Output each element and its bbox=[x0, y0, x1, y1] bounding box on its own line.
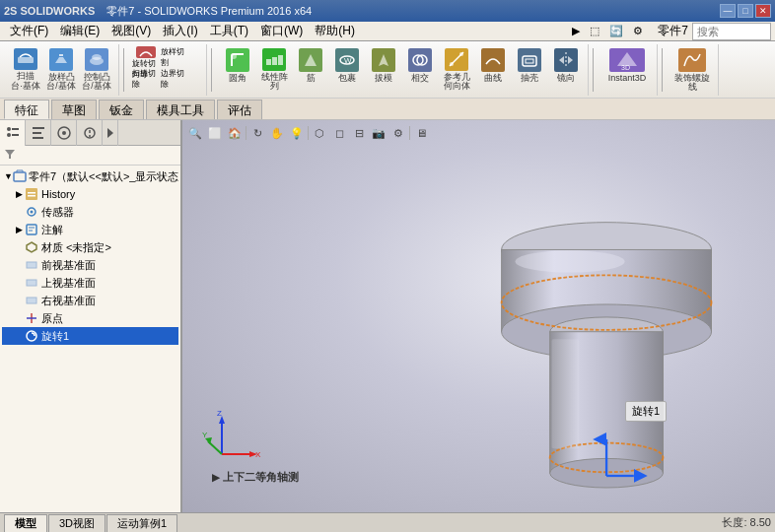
feature-tab-display[interactable] bbox=[51, 120, 77, 146]
curve-icon bbox=[481, 48, 505, 72]
maximize-button[interactable]: □ bbox=[738, 4, 753, 18]
boundary-cut-button[interactable]: 边界切除 bbox=[161, 68, 188, 90]
svg-rect-19 bbox=[526, 59, 533, 63]
tab-sheetmetal[interactable]: 钣金 bbox=[99, 100, 144, 119]
annotation-label: 注解 bbox=[41, 223, 63, 237]
menu-help[interactable]: 帮助(H) bbox=[309, 22, 361, 40]
sep2 bbox=[211, 48, 212, 92]
rib-icon bbox=[299, 48, 322, 72]
root-icon bbox=[13, 168, 27, 184]
sep4 bbox=[662, 48, 663, 92]
linear-array-icon bbox=[262, 48, 286, 71]
svg-point-4 bbox=[92, 54, 102, 60]
wrap-button[interactable]: W 包裹 bbox=[329, 46, 365, 94]
tree-item-top-plane[interactable]: ▶ 上视基准面 bbox=[2, 274, 178, 292]
minimize-button[interactable]: — bbox=[720, 4, 736, 18]
bottom-tab-motion[interactable]: 运动算例1 bbox=[106, 514, 177, 532]
cut-row2: 扫描切除 边界切除 bbox=[132, 68, 188, 90]
history-label: History bbox=[41, 188, 75, 200]
close-button[interactable]: ✕ bbox=[755, 4, 771, 18]
linear-array-button[interactable]: 线性阵列 bbox=[256, 46, 292, 94]
toolbar-group-instant3d: 3D Instant3D bbox=[598, 44, 658, 96]
curve-button[interactable]: 曲线 bbox=[475, 46, 511, 94]
tab-mold[interactable]: 模具工具 bbox=[146, 100, 215, 119]
fillet-button[interactable]: 圆角 bbox=[220, 46, 255, 94]
length-display: 长度: 8.50 bbox=[722, 515, 771, 530]
material-icon bbox=[24, 239, 39, 255]
svg-rect-38 bbox=[14, 172, 26, 181]
revolve-cut-button[interactable]: 旋转切向导 bbox=[132, 46, 160, 68]
toolbar-group-cut: 旋转切向导 放样切割 扫描切除 边界切除 bbox=[128, 44, 207, 96]
tree-root[interactable]: ▼ 零件7（默认<<默认>_显示状态 1>） bbox=[2, 167, 178, 185]
menu-insert[interactable]: 插入(I) bbox=[157, 22, 203, 40]
ref-geo-button[interactable]: 参考几何向体 bbox=[439, 46, 474, 94]
draft-icon bbox=[372, 48, 395, 72]
origin-icon bbox=[24, 310, 39, 326]
title-bar: 2S SOLIDWORKS 零件7 - SOLIDWORKS Premium 2… bbox=[0, 0, 775, 22]
tree-item-material[interactable]: ▶ 材质 <未指定> bbox=[2, 238, 178, 256]
scan-base-button[interactable]: 扫描台·基体 bbox=[8, 46, 43, 94]
shell-button[interactable]: 抽壳 bbox=[512, 46, 547, 94]
bottom-tab-3dview[interactable]: 3D视图 bbox=[48, 514, 106, 532]
tree-item-origin[interactable]: ▶ 原点 bbox=[2, 309, 178, 327]
svg-rect-6 bbox=[266, 59, 271, 65]
instant3d-button[interactable]: 3D Instant3D bbox=[601, 46, 653, 94]
search-input[interactable] bbox=[692, 23, 771, 40]
rib-button[interactable]: 筋 bbox=[293, 46, 328, 94]
material-label: 材质 <未指定> bbox=[41, 240, 111, 255]
toolbar-group-shape: 圆角 线性阵列 筋 W 包裹 拔模 bbox=[216, 44, 589, 96]
window-title: 零件7 - SOLIDWORKS Premium 2016 x64 bbox=[106, 4, 720, 19]
mirror-button[interactable]: 镜向 bbox=[548, 46, 584, 94]
tab-bar: 特征 草图 钣金 模具工具 评估 bbox=[0, 99, 775, 120]
boundary-boss-button[interactable]: 控制凸台/基体 bbox=[79, 46, 114, 94]
toolbar-icon-1[interactable]: ▶ bbox=[569, 24, 583, 38]
tree-item-history[interactable]: ▶ History bbox=[2, 185, 178, 203]
decor-helix-button[interactable]: 装饰螺旋线 bbox=[670, 46, 714, 94]
svg-marker-12 bbox=[379, 54, 388, 66]
filter-icon bbox=[4, 148, 16, 163]
history-icon bbox=[24, 186, 39, 202]
svg-rect-28 bbox=[12, 134, 19, 136]
feature-tab-markup[interactable] bbox=[77, 120, 103, 146]
tree-item-front-plane[interactable]: ▶ 前视基准面 bbox=[2, 256, 178, 274]
svg-marker-37 bbox=[107, 128, 113, 138]
scan-cut-button[interactable]: 扫描切除 bbox=[132, 68, 160, 90]
feature-tab-tree[interactable] bbox=[0, 120, 26, 146]
tree-item-revolve1[interactable]: ▶ 旋转1 bbox=[2, 327, 178, 345]
toolbar-icon-3[interactable]: 🔄 bbox=[606, 24, 626, 38]
svg-rect-49 bbox=[27, 280, 36, 286]
bottom-tab-model[interactable]: 模型 bbox=[4, 514, 47, 532]
top-plane-icon bbox=[24, 275, 39, 291]
viewport[interactable]: 🔍 ⬜ 🏠 ↻ ✋ 💡 ⬡ ◻ ⊟ 📷 ⚙ 🖥 bbox=[182, 120, 775, 512]
intersect-button[interactable]: 相交 bbox=[402, 46, 438, 94]
revolve1-label: 旋转1 bbox=[41, 329, 69, 344]
feature-tab-props[interactable] bbox=[26, 120, 51, 146]
tree-item-right-plane[interactable]: ▶ 右视基准面 bbox=[2, 292, 178, 309]
tab-sketch[interactable]: 草图 bbox=[51, 100, 97, 119]
menu-window[interactable]: 窗口(W) bbox=[254, 22, 309, 40]
toolbar-icon-4[interactable]: ⚙ bbox=[630, 24, 646, 38]
revolve1-icon bbox=[24, 328, 39, 344]
tree-filter bbox=[0, 146, 180, 166]
svg-marker-1 bbox=[55, 57, 67, 63]
toolbar-icon-2[interactable]: ⬚ bbox=[587, 24, 602, 38]
sweep-cut-button[interactable]: 放样切割 bbox=[161, 46, 188, 68]
menu-tools[interactable]: 工具(T) bbox=[204, 22, 254, 40]
model-label: 旋转1 bbox=[625, 401, 667, 422]
tree-item-annotation[interactable]: ▶ 注解 bbox=[2, 221, 178, 238]
loft-boss-button[interactable]: 放样凸台/基体 bbox=[43, 46, 79, 94]
top-plane-label: 上视基准面 bbox=[41, 276, 96, 291]
sensor-label: 传感器 bbox=[41, 205, 74, 220]
menu-edit[interactable]: 编辑(E) bbox=[54, 22, 106, 40]
menu-view[interactable]: 视图(V) bbox=[106, 22, 157, 40]
draft-button[interactable]: 拔模 bbox=[366, 46, 401, 94]
tab-features[interactable]: 特征 bbox=[4, 100, 49, 119]
sensor-icon bbox=[24, 204, 39, 220]
feature-tab-extra[interactable] bbox=[103, 120, 118, 146]
tree-item-sensor[interactable]: ▶ 传感器 bbox=[2, 203, 178, 221]
shell-icon bbox=[518, 48, 541, 72]
menu-file[interactable]: 文件(F) bbox=[4, 22, 54, 40]
decor-helix-icon bbox=[678, 48, 706, 72]
tab-evaluate[interactable]: 评估 bbox=[217, 100, 262, 119]
coordinate-axis: Z X Y bbox=[202, 410, 261, 469]
